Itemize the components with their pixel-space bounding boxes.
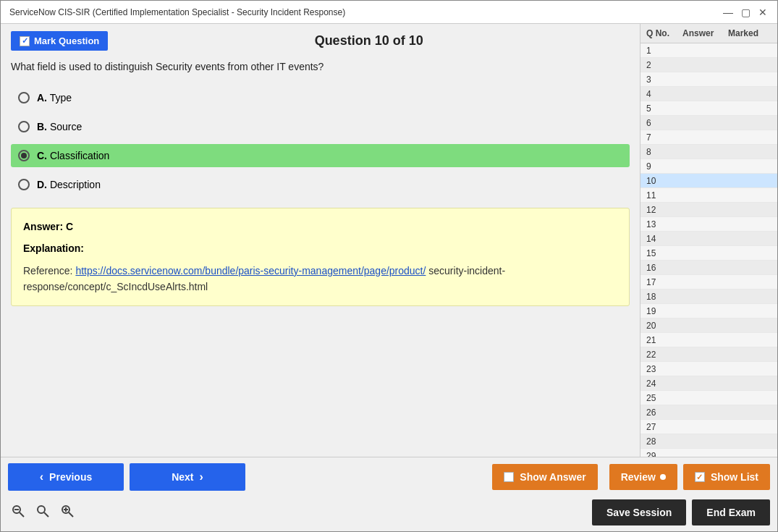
sidebar-row[interactable]: 17	[640, 275, 777, 290]
title-bar: ServiceNow CIS-SIR (Certified Implementa…	[1, 1, 777, 24]
sidebar-row[interactable]: 16	[640, 261, 777, 275]
zoom-out-icon	[11, 504, 25, 518]
sidebar-q-num: 19	[646, 306, 682, 316]
sidebar-q-num: 1	[646, 46, 682, 56]
sidebar-row[interactable]: 25	[640, 391, 777, 405]
show-answer-checkbox-icon	[504, 472, 514, 482]
maximize-button[interactable]: ▢	[740, 7, 751, 18]
zoom-in-button[interactable]	[57, 502, 77, 523]
review-label: Review	[621, 471, 656, 483]
sidebar-row[interactable]: 13	[640, 217, 777, 232]
reference-link[interactable]: https://docs.servicenow.com/bundle/paris…	[75, 265, 426, 276]
sidebar-q-num: 8	[646, 147, 682, 157]
sidebar-q-num: 4	[646, 89, 682, 99]
sidebar-q-num: 22	[646, 350, 682, 360]
save-session-label: Save Session	[606, 507, 672, 518]
show-list-button[interactable]: ✓ Show List	[683, 464, 770, 490]
reference-text: Reference: https://docs.servicenow.com/b…	[23, 263, 617, 295]
sidebar-q-num: 27	[646, 422, 682, 432]
sidebar-row[interactable]: 24	[640, 376, 777, 391]
sidebar-q-num: 29	[646, 451, 682, 457]
sidebar-q-num: 26	[646, 408, 682, 418]
sidebar-q-num: 21	[646, 335, 682, 345]
next-arrow-icon: ›	[200, 470, 203, 484]
sidebar-row[interactable]: 27	[640, 420, 777, 434]
sidebar-row[interactable]: 10	[640, 174, 777, 188]
close-button[interactable]: ✕	[757, 7, 769, 18]
sidebar-row[interactable]: 4	[640, 87, 777, 101]
header-row: ✓ Mark Question Question 10 of 10	[11, 31, 630, 51]
sidebar-row[interactable]: 5	[640, 101, 777, 116]
show-answer-label: Show Answer	[520, 471, 585, 483]
content-area: ✓ Mark Question Question 10 of 10 What f…	[1, 24, 777, 457]
option-b[interactable]: B. Source	[11, 115, 630, 138]
sidebar-row[interactable]: 3	[640, 72, 777, 87]
next-label: Next	[172, 471, 193, 483]
end-exam-label: End Exam	[706, 507, 756, 518]
reference-prefix: Reference:	[23, 265, 75, 276]
sidebar-row[interactable]: 12	[640, 203, 777, 217]
sidebar-row[interactable]: 23	[640, 362, 777, 376]
app-window: ServiceNow CIS-SIR (Certified Implementa…	[0, 0, 778, 532]
sidebar-row[interactable]: 14	[640, 232, 777, 246]
show-list-checkbox-icon: ✓	[695, 472, 705, 482]
options-list: A. Type B. Source C. Classification D. D…	[11, 86, 630, 196]
previous-arrow-icon: ‹	[40, 470, 43, 484]
sidebar-q-num: 9	[646, 161, 682, 172]
option-b-label: B. Source	[37, 121, 82, 132]
answer-box: Answer: C Explanation: Reference: https:…	[11, 208, 630, 306]
sidebar-q-num: 10	[646, 176, 682, 186]
sidebar-row[interactable]: 1	[640, 43, 777, 58]
sidebar-row[interactable]: 26	[640, 405, 777, 420]
sidebar-row[interactable]: 9	[640, 159, 777, 174]
explanation-label: Explanation:	[23, 240, 617, 256]
zoom-out-button[interactable]	[8, 502, 28, 523]
show-answer-button[interactable]: Show Answer	[492, 464, 597, 490]
svg-line-6	[69, 512, 73, 517]
sidebar-row[interactable]: 11	[640, 188, 777, 203]
zoom-reset-button[interactable]	[33, 502, 53, 523]
option-a-radio	[18, 92, 30, 104]
sidebar-q-num: 11	[646, 190, 682, 200]
sidebar-row[interactable]: 20	[640, 318, 777, 333]
option-b-radio	[18, 121, 30, 132]
option-c-label: C. Classification	[37, 150, 109, 161]
sidebar-row[interactable]: 28	[640, 434, 777, 449]
mark-button-label: Mark Question	[34, 35, 99, 46]
next-button[interactable]: Next ›	[130, 463, 245, 491]
previous-button[interactable]: ‹ Previous	[8, 463, 124, 491]
sidebar-row[interactable]: 15	[640, 246, 777, 261]
sidebar-row[interactable]: 2	[640, 58, 777, 72]
option-d[interactable]: D. Description	[11, 173, 630, 196]
bottom-row1: ‹ Previous Next › Show Answer Review ✓ S…	[1, 457, 777, 497]
option-a[interactable]: A. Type	[11, 86, 630, 109]
sidebar-row[interactable]: 7	[640, 130, 777, 145]
sidebar-row[interactable]: 29	[640, 449, 777, 457]
sidebar-row[interactable]: 21	[640, 333, 777, 347]
col-marked: Marked	[728, 28, 771, 38]
sidebar-q-num: 12	[646, 205, 682, 215]
minimize-button[interactable]: —	[722, 7, 734, 18]
sidebar-row[interactable]: 19	[640, 304, 777, 318]
svg-line-4	[44, 512, 48, 517]
option-c[interactable]: C. Classification	[11, 144, 630, 167]
sidebar-list: 1 2 3 4 5 6 7 8 9 10 11	[640, 43, 777, 457]
end-exam-button[interactable]: End Exam	[692, 499, 770, 525]
option-a-label: A. Type	[37, 92, 72, 104]
sidebar-q-num: 7	[646, 132, 682, 143]
svg-point-3	[38, 506, 45, 513]
bottom-toolbar: ‹ Previous Next › Show Answer Review ✓ S…	[1, 457, 777, 531]
review-button[interactable]: Review	[609, 464, 677, 490]
previous-label: Previous	[49, 471, 92, 483]
mark-question-button[interactable]: ✓ Mark Question	[11, 31, 108, 51]
sidebar-q-num: 28	[646, 436, 682, 447]
sidebar-row[interactable]: 8	[640, 145, 777, 159]
sidebar-q-num: 17	[646, 277, 682, 287]
answer-label: Answer: C	[23, 219, 617, 235]
review-dot-icon	[660, 474, 666, 480]
save-session-button[interactable]: Save Session	[592, 499, 686, 525]
sidebar-row[interactable]: 18	[640, 290, 777, 304]
sidebar-row[interactable]: 22	[640, 347, 777, 362]
sidebar-row[interactable]: 6	[640, 116, 777, 130]
sidebar-q-num: 6	[646, 118, 682, 128]
